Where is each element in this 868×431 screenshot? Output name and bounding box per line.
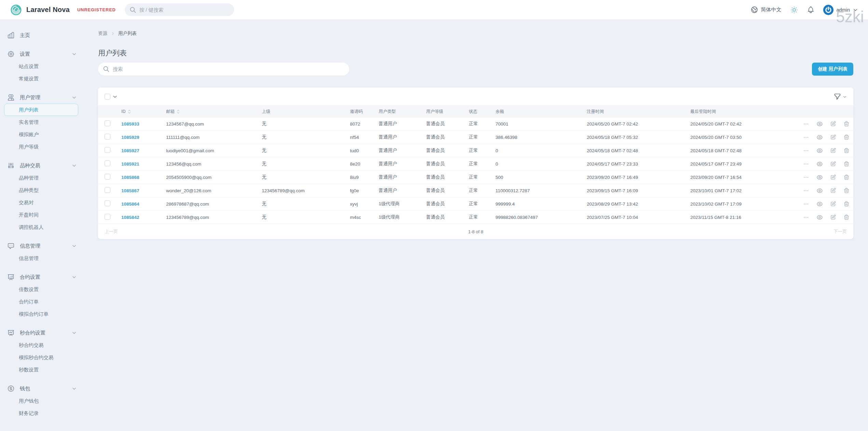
row-checkbox[interactable]	[105, 160, 110, 166]
edit-pencil-icon[interactable]	[830, 161, 836, 167]
global-search[interactable]	[125, 3, 234, 16]
resource-id-link[interactable]: 1085933	[121, 121, 139, 127]
sidebar-item[interactable]: 倍数设置	[0, 283, 89, 296]
sort-icon[interactable]	[177, 109, 180, 114]
table-row: 10859331234567@qq.com无8072普通用户普通会员正常7000…	[98, 117, 853, 131]
row-checkbox[interactable]	[105, 174, 110, 180]
cell-status: 正常	[466, 184, 492, 197]
row-checkbox[interactable]	[105, 120, 110, 126]
delete-trash-icon[interactable]	[843, 147, 850, 154]
sidebar-group[interactable]: 合约设置	[0, 271, 89, 283]
row-checkbox[interactable]	[105, 187, 110, 193]
sidebar-item[interactable]: 合约订单	[0, 296, 89, 308]
edit-pencil-icon[interactable]	[830, 147, 836, 154]
resource-id-link[interactable]: 1085842	[121, 215, 139, 220]
row-checkbox[interactable]	[105, 134, 110, 140]
view-eye-icon[interactable]	[816, 134, 823, 141]
resource-id-link[interactable]: 1085867	[121, 188, 139, 193]
delete-trash-icon[interactable]	[843, 121, 850, 127]
select-all-checkbox[interactable]	[105, 94, 110, 100]
view-eye-icon[interactable]	[816, 147, 823, 154]
sidebar-group[interactable]: 品种交易	[0, 159, 89, 172]
create-resource-button[interactable]: 创建 用户列表	[812, 63, 853, 76]
sidebar-item[interactable]: 站点设置	[0, 60, 89, 73]
edit-pencil-icon[interactable]	[830, 134, 836, 140]
sidebar-item[interactable]: 用户等级	[0, 141, 89, 153]
notifications-bell-icon[interactable]	[807, 6, 815, 14]
cell-user-level: 普通会员	[423, 197, 466, 211]
resource-id-link[interactable]: 1085929	[121, 135, 139, 140]
more-actions-icon[interactable]	[803, 187, 809, 194]
select-all-chevron-icon[interactable]	[112, 94, 118, 99]
locale-switcher[interactable]: 简体中文	[750, 6, 782, 14]
sidebar-item[interactable]: 品种管理	[0, 172, 89, 184]
edit-pencil-icon[interactable]	[830, 121, 836, 127]
view-eye-icon[interactable]	[816, 121, 823, 127]
theme-toggle-sun-icon[interactable]	[790, 6, 798, 14]
cog-icon	[7, 50, 15, 58]
sidebar-item[interactable]: 秒数设置	[0, 364, 89, 376]
edit-pencil-icon[interactable]	[830, 201, 836, 207]
next-page-button[interactable]: 下一页	[833, 228, 847, 235]
sidebar-item[interactable]: 模拟合约订单	[0, 308, 89, 320]
sidebar-group[interactable]: 秒合约设置	[0, 327, 89, 339]
row-checkbox[interactable]	[105, 200, 110, 206]
currency-dollar-icon	[7, 385, 15, 392]
resource-search-input[interactable]	[113, 66, 344, 72]
more-actions-icon[interactable]	[803, 161, 809, 167]
sidebar-item[interactable]: 用户列表	[4, 104, 78, 116]
edit-pencil-icon[interactable]	[830, 174, 836, 180]
resource-id-link[interactable]: 1085921	[121, 161, 139, 167]
sidebar-group[interactable]: 信息管理	[0, 240, 89, 252]
sidebar-group[interactable]: 用户管理	[0, 91, 89, 104]
sidebar-item[interactable]: 模拟秒合约交易	[0, 351, 89, 364]
resource-search[interactable]	[98, 63, 349, 76]
prev-page-button[interactable]: 上一页	[105, 228, 118, 235]
more-actions-icon[interactable]	[803, 134, 809, 141]
resource-id-link[interactable]: 1085864	[121, 201, 139, 207]
sidebar-item[interactable]: 实名管理	[0, 116, 89, 128]
delete-trash-icon[interactable]	[843, 201, 850, 207]
sidebar-item[interactable]: 财务记录	[0, 407, 89, 419]
view-eye-icon[interactable]	[816, 214, 823, 221]
view-eye-icon[interactable]	[816, 174, 823, 181]
view-eye-icon[interactable]	[816, 187, 823, 194]
more-actions-icon[interactable]	[803, 214, 809, 221]
row-checkbox[interactable]	[105, 147, 110, 153]
global-search-input[interactable]	[139, 7, 229, 13]
sidebar-item[interactable]: 用户钱包	[0, 395, 89, 407]
sidebar-item[interactable]: 交易对	[0, 196, 89, 209]
delete-trash-icon[interactable]	[843, 134, 850, 140]
more-actions-icon[interactable]	[803, 147, 809, 154]
view-eye-icon[interactable]	[816, 161, 823, 167]
sidebar-group[interactable]: 主页	[0, 29, 89, 41]
sidebar-item[interactable]: 模拟账户	[0, 128, 89, 141]
more-actions-icon[interactable]	[803, 121, 809, 127]
sidebar-group[interactable]: 设置	[0, 48, 89, 60]
column-header[interactable]: 邮箱	[163, 106, 259, 117]
resource-id-link[interactable]: 1085927	[121, 148, 139, 153]
more-actions-icon[interactable]	[803, 174, 809, 181]
sort-icon[interactable]	[128, 109, 131, 114]
row-checkbox[interactable]	[105, 214, 110, 220]
delete-trash-icon[interactable]	[843, 214, 850, 220]
resource-id-link[interactable]: 1085868	[121, 175, 139, 180]
edit-pencil-icon[interactable]	[830, 187, 836, 194]
sidebar-item[interactable]: 常规设置	[0, 73, 89, 85]
sidebar-item[interactable]: 信息管理	[0, 252, 89, 264]
edit-pencil-icon[interactable]	[830, 214, 836, 220]
view-eye-icon[interactable]	[816, 201, 823, 207]
column-header[interactable]: ID	[118, 106, 163, 117]
filter-menu[interactable]	[834, 93, 847, 100]
sidebar-item[interactable]: 调控机器人	[0, 221, 89, 233]
delete-trash-icon[interactable]	[843, 161, 850, 167]
sidebar-item[interactable]: 开盘时间	[0, 209, 89, 221]
sidebar-item[interactable]: 秒合约交易	[0, 339, 89, 351]
breadcrumb-resources[interactable]: 资源	[98, 30, 107, 37]
more-actions-icon[interactable]	[803, 201, 809, 207]
delete-trash-icon[interactable]	[843, 174, 850, 180]
sidebar-group[interactable]: 钱包	[0, 382, 89, 395]
sidebar-item[interactable]: 品种类型	[0, 184, 89, 196]
delete-trash-icon[interactable]	[843, 187, 850, 194]
table-row: 10858682054505900@qq.com无8iu9普通用户普通会员正常5…	[98, 171, 853, 184]
